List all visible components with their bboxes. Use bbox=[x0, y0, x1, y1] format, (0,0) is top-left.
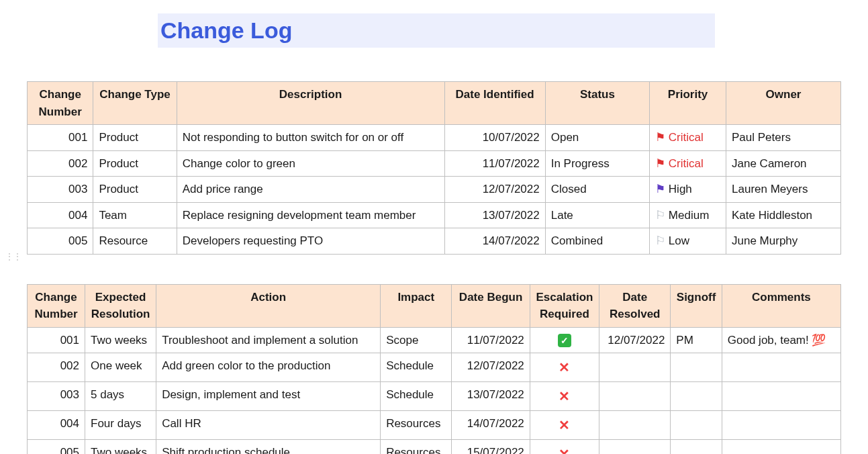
cell-date-identified[interactable]: 11/07/2022 bbox=[444, 150, 545, 177]
cell-impact[interactable]: Schedule bbox=[381, 353, 452, 382]
cell-change-number[interactable]: 002 bbox=[28, 150, 93, 177]
cell-status[interactable]: In Progress bbox=[545, 150, 649, 177]
cell-escalation[interactable]: ✕ bbox=[530, 353, 599, 382]
cell-change-number[interactable]: 005 bbox=[28, 440, 85, 455]
cell-impact[interactable]: Scope bbox=[381, 327, 452, 353]
cell-description[interactable]: Change color to green bbox=[177, 150, 444, 177]
cell-expected-resolution[interactable]: 5 days bbox=[85, 382, 156, 411]
cell-change-type[interactable]: Product bbox=[93, 177, 177, 203]
cross-icon: ✕ bbox=[559, 447, 570, 454]
cell-comments[interactable]: Good job, team! 💯 bbox=[722, 327, 840, 353]
cell-change-number[interactable]: 002 bbox=[28, 353, 85, 382]
drag-handle-icon[interactable]: ⋮⋮ bbox=[5, 252, 21, 261]
cell-impact[interactable]: Resources bbox=[381, 440, 452, 455]
cell-change-number[interactable]: 003 bbox=[28, 382, 85, 411]
cell-change-type[interactable]: Product bbox=[93, 125, 177, 151]
cell-signoff[interactable] bbox=[671, 440, 722, 455]
col-impact: Impact bbox=[381, 284, 452, 327]
table-row[interactable]: 003ProductAdd price range12/07/2022Close… bbox=[28, 177, 841, 203]
cell-date-identified[interactable]: 14/07/2022 bbox=[444, 228, 545, 255]
table-row[interactable]: 001ProductNot responding to button switc… bbox=[28, 125, 841, 151]
cell-expected-resolution[interactable]: Two weeks bbox=[85, 440, 156, 455]
cell-date-begun[interactable]: 11/07/2022 bbox=[452, 327, 530, 353]
cell-impact[interactable]: Resources bbox=[381, 411, 452, 440]
table-row[interactable]: 005ResourceDevelopers requesting PTO14/0… bbox=[28, 228, 841, 255]
cell-action[interactable]: Add green color to the production bbox=[156, 353, 381, 382]
table-row[interactable]: 002ProductChange color to green11/07/202… bbox=[28, 150, 841, 177]
cell-comments[interactable] bbox=[722, 382, 840, 411]
cell-status[interactable]: Closed bbox=[545, 177, 649, 203]
cell-change-number[interactable]: 004 bbox=[28, 202, 93, 228]
cell-action[interactable]: Design, implement and test bbox=[156, 382, 381, 411]
cell-impact[interactable]: Schedule bbox=[381, 382, 452, 411]
cell-description[interactable]: Add price range bbox=[177, 177, 444, 203]
table-row[interactable]: 004TeamReplace resigning development tea… bbox=[28, 202, 841, 228]
cell-priority[interactable]: ⚐ Low bbox=[650, 228, 726, 255]
cell-status[interactable]: Combined bbox=[545, 228, 649, 255]
cell-priority[interactable]: ⚑ High bbox=[650, 177, 726, 203]
priority-label: Low bbox=[669, 234, 689, 247]
cell-date-identified[interactable]: 10/07/2022 bbox=[444, 125, 545, 151]
cell-expected-resolution[interactable]: Four days bbox=[85, 411, 156, 440]
cell-escalation[interactable]: ✕ bbox=[530, 411, 599, 440]
cell-owner[interactable]: June Murphy bbox=[726, 228, 841, 255]
cell-priority[interactable]: ⚑ Critical bbox=[650, 125, 726, 151]
cell-escalation[interactable]: ✕ bbox=[530, 382, 599, 411]
cell-priority[interactable]: ⚐ Medium bbox=[650, 202, 726, 228]
cell-comments[interactable] bbox=[722, 353, 840, 382]
cell-date-begun[interactable]: 13/07/2022 bbox=[452, 382, 530, 411]
cell-change-number[interactable]: 001 bbox=[28, 327, 85, 353]
cell-change-number[interactable]: 001 bbox=[28, 125, 93, 151]
cell-description[interactable]: Developers requesting PTO bbox=[177, 228, 444, 255]
cell-date-resolved[interactable] bbox=[599, 440, 671, 455]
table-row[interactable]: 001Two weeksTroubleshoot and implement a… bbox=[28, 327, 841, 353]
cell-priority[interactable]: ⚑ Critical bbox=[650, 150, 726, 177]
col-change-number: Change Number bbox=[28, 82, 93, 125]
cell-comments[interactable] bbox=[722, 411, 840, 440]
cell-status[interactable]: Open bbox=[545, 125, 649, 151]
cell-escalation[interactable]: ✓ bbox=[530, 327, 599, 353]
table-row[interactable]: 002One weekAdd green color to the produc… bbox=[28, 353, 841, 382]
change-log-table-1: Change Number Change Type Description Da… bbox=[27, 81, 841, 255]
cell-signoff[interactable] bbox=[671, 411, 722, 440]
cell-status[interactable]: Late bbox=[545, 202, 649, 228]
table-row[interactable]: 005Two weeksShift production scheduleRes… bbox=[28, 440, 841, 455]
cell-signoff[interactable] bbox=[671, 382, 722, 411]
cell-date-resolved[interactable]: 12/07/2022 bbox=[599, 327, 671, 353]
cell-date-identified[interactable]: 12/07/2022 bbox=[444, 177, 545, 203]
cell-action[interactable]: Call HR bbox=[156, 411, 381, 440]
table-row[interactable]: 004Four daysCall HRResources14/07/2022✕ bbox=[28, 411, 841, 440]
col-date-identified: Date Identified bbox=[444, 82, 545, 125]
table-row[interactable]: 0035 daysDesign, implement and testSched… bbox=[28, 382, 841, 411]
cell-owner[interactable]: Kate Hiddleston bbox=[726, 202, 841, 228]
cell-change-type[interactable]: Resource bbox=[93, 228, 177, 255]
cell-owner[interactable]: Lauren Meyers bbox=[726, 177, 841, 203]
cell-description[interactable]: Replace resigning development team membe… bbox=[177, 202, 444, 228]
col-description: Description bbox=[177, 82, 444, 125]
cell-date-resolved[interactable] bbox=[599, 353, 671, 382]
cell-change-number[interactable]: 004 bbox=[28, 411, 85, 440]
priority-label: Critical bbox=[669, 131, 704, 144]
cell-signoff[interactable] bbox=[671, 353, 722, 382]
cell-owner[interactable]: Paul Peters bbox=[726, 125, 841, 151]
cell-date-begun[interactable]: 14/07/2022 bbox=[452, 411, 530, 440]
cell-change-number[interactable]: 003 bbox=[28, 177, 93, 203]
cell-date-resolved[interactable] bbox=[599, 411, 671, 440]
cell-expected-resolution[interactable]: Two weeks bbox=[85, 327, 156, 353]
cell-description[interactable]: Not responding to button switch for on o… bbox=[177, 125, 444, 151]
cell-comments[interactable] bbox=[722, 440, 840, 455]
cell-date-identified[interactable]: 13/07/2022 bbox=[444, 202, 545, 228]
cell-change-type[interactable]: Product bbox=[93, 150, 177, 177]
cell-expected-resolution[interactable]: One week bbox=[85, 353, 156, 382]
cell-change-number[interactable]: 005 bbox=[28, 228, 93, 255]
checkmark-icon: ✓ bbox=[558, 334, 571, 347]
cell-signoff[interactable]: PM bbox=[671, 327, 722, 353]
cell-owner[interactable]: Jane Cameron bbox=[726, 150, 841, 177]
cell-escalation[interactable]: ✕ bbox=[530, 440, 599, 455]
cell-date-begun[interactable]: 12/07/2022 bbox=[452, 353, 530, 382]
cell-action[interactable]: Shift production schedule bbox=[156, 440, 381, 455]
cell-date-resolved[interactable] bbox=[599, 382, 671, 411]
cell-action[interactable]: Troubleshoot and implement a solution bbox=[156, 327, 381, 353]
cell-change-type[interactable]: Team bbox=[93, 202, 177, 228]
cell-date-begun[interactable]: 15/07/2022 bbox=[452, 440, 530, 455]
